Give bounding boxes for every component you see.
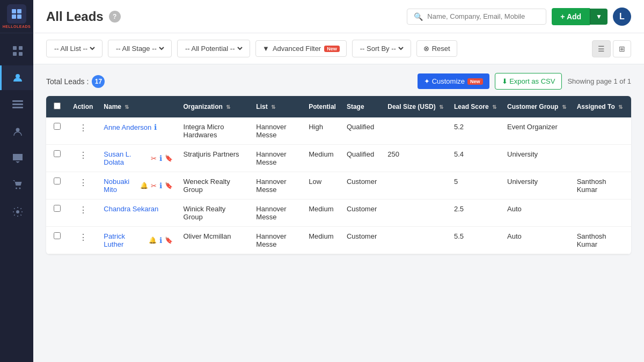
lead-name[interactable]: Nobuaki Mito🔔✂ℹ🔖	[104, 178, 172, 194]
action-menu-button[interactable]: ⋮	[73, 205, 93, 215]
search-icon: 🔍	[414, 12, 423, 21]
row-checkbox[interactable]	[54, 205, 61, 212]
list-select[interactable]: -- All List --	[52, 44, 97, 53]
lead-name[interactable]: Anne Andersonℹ	[104, 123, 172, 131]
action-menu-button[interactable]: ⋮	[73, 178, 93, 188]
svg-rect-10	[12, 104, 23, 105]
bookmark-icon[interactable]: 🔖	[165, 182, 173, 189]
header-right: 🔍 + Add ▼ L	[407, 8, 631, 26]
lead-name[interactable]: Susan L. Dolata✂ℹ🔖	[104, 150, 172, 166]
add-button[interactable]: + Add	[552, 8, 590, 25]
col-assigned-to[interactable]: Assigned To ⇅	[572, 96, 631, 117]
sidebar-item-list[interactable]	[0, 92, 33, 117]
col-name[interactable]: Name ⇅	[98, 96, 178, 117]
customer-group-cell: Event Organizer	[502, 117, 572, 145]
row-checkbox[interactable]	[54, 150, 61, 157]
stage-select[interactable]: -- All Stage --	[114, 44, 166, 53]
export-label: ⬇ Export as CSV	[502, 77, 555, 85]
row-checkbox[interactable]	[54, 178, 61, 184]
action-cell: ⋮	[68, 117, 98, 145]
customize-button[interactable]: ✦ Customize New	[418, 73, 489, 89]
flag-icon[interactable]: ✂	[151, 182, 157, 190]
header-left: All Leads ?	[46, 9, 121, 24]
bookmark-icon[interactable]: 🔖	[165, 237, 173, 244]
col-deal-size[interactable]: Deal Size (USD) ⇅	[382, 96, 449, 117]
customer-group-cell: Auto	[502, 200, 572, 227]
leads-count-badge: 17	[92, 75, 105, 88]
logo-area: HELLOLEADS	[0, 0, 33, 33]
deal-size-cell	[382, 172, 449, 200]
table-row: ⋮Susan L. Dolata✂ℹ🔖Stratjuris PartnersHa…	[46, 145, 631, 172]
reset-icon: ⊗	[423, 45, 429, 53]
potential-cell: Medium	[303, 227, 341, 254]
logo-text: HELLOLEADS	[3, 25, 31, 28]
potential-cell: High	[303, 117, 341, 145]
flag-icon[interactable]: ✂	[151, 154, 157, 162]
potential-cell: Low	[303, 172, 341, 200]
bell-icon[interactable]: 🔔	[149, 237, 157, 244]
action-cell: ⋮	[68, 227, 98, 254]
info-icon[interactable]: ℹ	[159, 154, 162, 162]
info-icon[interactable]: ℹ	[159, 236, 162, 245]
lead-score-cell: 5.5	[449, 227, 502, 254]
stage-filter[interactable]: -- All Stage --	[108, 40, 172, 57]
col-list[interactable]: List ⇅	[251, 96, 303, 117]
user-avatar[interactable]: L	[613, 8, 631, 26]
action-menu-button[interactable]: ⋮	[73, 150, 93, 160]
export-csv-button[interactable]: ⬇ Export as CSV	[495, 73, 562, 90]
sidebar: HELLOLEADS	[0, 0, 33, 362]
deal-size-cell: 250	[382, 145, 449, 172]
search-input[interactable]	[427, 12, 539, 20]
sidebar-navigation	[0, 33, 33, 224]
sort-select[interactable]: -- Sort By --	[358, 44, 405, 53]
sidebar-item-settings[interactable]	[0, 200, 33, 224]
row-checkbox-cell	[46, 145, 68, 172]
advanced-filter-label: Advanced Filter	[273, 45, 321, 53]
bell-icon[interactable]: 🔔	[140, 182, 148, 189]
lead-name[interactable]: Patrick Luther🔔ℹ🔖	[104, 232, 172, 248]
sidebar-item-contacts[interactable]	[0, 119, 33, 144]
list-cell: Hannover Messe	[251, 117, 303, 145]
sidebar-item-dashboard[interactable]	[0, 39, 33, 63]
lead-score-cell: 5	[449, 172, 502, 200]
stage-cell: Customer	[341, 172, 382, 200]
lead-score-cell: 2.5	[449, 200, 502, 227]
col-customer-group[interactable]: Customer Group ⇅	[502, 96, 572, 117]
potential-select[interactable]: -- All Potential --	[183, 44, 244, 53]
potential-filter[interactable]: -- All Potential --	[177, 40, 250, 57]
customize-new-badge: New	[467, 78, 483, 85]
grid-view-button[interactable]: ⊞	[613, 40, 631, 57]
lead-name[interactable]: Chandra Sekaran	[104, 205, 172, 213]
reset-button[interactable]: ⊗ Reset	[416, 40, 457, 57]
action-menu-button[interactable]: ⋮	[73, 123, 93, 133]
help-icon[interactable]: ?	[109, 11, 121, 23]
bookmark-icon[interactable]: 🔖	[165, 154, 173, 162]
potential-cell: Medium	[303, 145, 341, 172]
stage-cell: Qualified	[341, 117, 382, 145]
svg-rect-7	[19, 52, 23, 56]
sidebar-item-leads[interactable]	[0, 65, 33, 90]
sort-filter[interactable]: -- Sort By --	[352, 40, 411, 57]
add-button-dropdown[interactable]: ▼	[590, 9, 608, 25]
list-view-button[interactable]: ☰	[592, 40, 611, 57]
stage-cell: Customer	[341, 227, 382, 254]
list-filter[interactable]: -- All List --	[46, 40, 103, 57]
deal-size-cell	[382, 117, 449, 145]
action-menu-button[interactable]: ⋮	[73, 232, 93, 242]
info-icon[interactable]: ℹ	[159, 181, 162, 190]
toolbar-right: ✦ Customize New ⬇ Export as CSV Showing …	[418, 73, 631, 90]
sidebar-item-messages[interactable]	[0, 146, 33, 171]
info-icon[interactable]: ℹ	[154, 123, 157, 131]
assigned-to-cell: Santhosh Kumar	[572, 172, 631, 200]
row-checkbox[interactable]	[54, 232, 61, 239]
row-checkbox[interactable]	[54, 123, 61, 130]
action-cell: ⋮	[68, 172, 98, 200]
stage-cell: Qualified	[341, 145, 382, 172]
list-cell: Hannover Messe	[251, 227, 303, 254]
reset-label: Reset	[432, 45, 450, 53]
col-lead-score[interactable]: Lead Score ⇅	[449, 96, 502, 117]
sidebar-item-cart[interactable]	[0, 173, 33, 197]
advanced-filter-button[interactable]: ▼ Advanced Filter New	[255, 40, 347, 57]
select-all-checkbox[interactable]	[54, 102, 61, 109]
col-organization[interactable]: Organization ⇅	[178, 96, 251, 117]
